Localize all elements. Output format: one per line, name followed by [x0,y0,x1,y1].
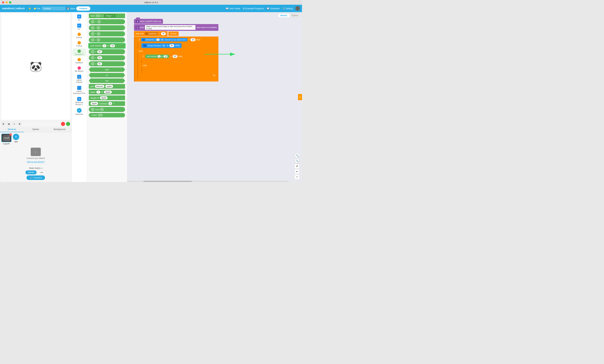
layout-icon-3[interactable]: ≡ [12,122,16,126]
feedback-link[interactable]: 💬 Feedback [267,7,280,10]
length-word-input[interactable]: apple [100,96,108,99]
letter-word-input[interactable]: apple [104,91,112,94]
and-block[interactable]: and [89,67,125,72]
connect-button[interactable]: 🔗 Connect [26,175,45,180]
contains-a-input[interactable]: apple [90,102,98,105]
extension-plus-button[interactable]: + [77,108,82,113]
code-view-button[interactable]: </> [298,94,302,100]
zoom-out-button[interactable]: 🔍 [295,158,299,163]
tab-background[interactable]: Background [48,127,72,132]
canvas-area[interactable]: Blocks Python </> ■ when CyberPi starts … [127,12,302,182]
read-toggle[interactable] [96,14,101,17]
category-extension[interactable]: + extension [73,107,86,116]
length-block[interactable]: length of apple [89,96,125,100]
maximize-button[interactable] [9,1,11,3]
greater-val[interactable]: 50 [97,50,102,53]
save-button[interactable]: 💾 Save [67,7,75,10]
zoom-in-button[interactable]: 🔍 [295,153,299,158]
reset-button[interactable]: ↺ [295,164,299,169]
contains-block[interactable]: apple contains a ? [89,101,125,106]
pick-random-block[interactable]: pick random 1 to 10 [89,43,125,48]
project-title-input[interactable] [42,7,65,11]
pick-10-input[interactable]: 10 [164,55,167,58]
category-operators[interactable]: Operators [73,49,86,56]
divide-block[interactable]: / [89,37,125,42]
equal-val[interactable]: 50 [97,62,102,65]
minus-block[interactable]: - [89,25,125,30]
mod-block[interactable]: mod [89,107,125,112]
file-menu-button[interactable]: 📁 File [34,7,40,10]
user-guide-link[interactable]: 📖 User Guide [226,7,240,10]
avatar[interactable] [295,6,300,11]
forever-block[interactable]: forever [168,32,179,36]
category-iot[interactable]: IoT IoT [73,23,86,31]
category-mbot2ext[interactable]: 🔌 mBot2 Extension Port [73,85,86,95]
equal-block[interactable]: = 50 [89,61,125,66]
contains-b-input[interactable]: a [108,102,112,105]
when-start-block[interactable]: ■ when CyberPi starts up [134,19,163,24]
setting-link[interactable]: ⚙️ Setting [282,7,293,10]
example-programs-link[interactable]: ⊞ Example Programs [243,7,264,10]
add-device-button[interactable]: + [13,134,19,140]
layout-icon-2[interactable]: ▤ [7,122,11,126]
tab-devices[interactable]: Devices [0,127,24,132]
join-block[interactable]: join banana apple [89,84,125,89]
category-control[interactable]: Control [73,40,86,48]
python-view-tab[interactable]: Python [289,14,301,17]
letter-block[interactable]: letter 1 of apple [89,90,125,95]
print-block[interactable]: 🖥 print Make a loud sound (clap) to star… [134,24,218,31]
category-variables[interactable]: Variables [73,57,86,65]
ultrasonic-dropdown[interactable]: ▼ [160,38,164,41]
loudness-val-input[interactable]: 75 [161,32,166,35]
multiply-block[interactable]: * [89,31,125,36]
not-block[interactable]: not [89,78,125,83]
round-block[interactable]: round [89,113,125,117]
undo-button[interactable]: ↩ [295,169,299,174]
device-thumbnail[interactable]: CyberPi ✕ [1,134,12,142]
greater-block[interactable]: > 50 [89,49,125,54]
print-text-input[interactable]: Make a loud sound (clap) to start and pr… [145,25,196,30]
menu-icon-button[interactable]: ⚡ [27,6,32,11]
pick-end-input[interactable]: 10 [110,44,115,47]
publish-button[interactable]: Publish [76,6,90,11]
category-ultrasonic[interactable]: 📡 Ultrasonic Sensor 2 [73,96,86,106]
category-events[interactable]: Events [73,32,86,39]
dist-val-input[interactable]: 10 [190,38,195,41]
stop-button[interactable] [61,122,65,126]
tab-sprites[interactable]: Sprites [24,127,48,132]
minimize-button[interactable] [6,1,8,3]
ultrasonic-num[interactable]: 1 [156,38,159,41]
less-val[interactable]: 50 [97,56,102,59]
eq-val-input[interactable]: 50 [173,55,177,58]
close-button[interactable] [2,1,4,3]
category-ai[interactable]: AI AI [73,13,86,22]
upload-mode-button[interactable]: Upload [25,170,37,174]
category-my-blocks[interactable]: My Blocks [73,65,86,73]
pick-from-input[interactable]: 1 [102,44,106,47]
go-button[interactable] [66,122,70,126]
if-pick-random-block[interactable]: if pick random 1 to 10 = 50 then [141,54,184,59]
category-mbot2[interactable]: 🤖 mBot2 Chassis [73,74,86,84]
join-b-input[interactable]: apple [105,85,113,88]
layout-icon-4[interactable]: ⊞ [18,122,22,126]
blocks-view-tab[interactable]: Blocks [278,14,289,17]
live-mode-button[interactable]: Live [37,170,46,174]
equal-button[interactable]: = [295,175,299,179]
plus-block[interactable]: + [89,19,125,24]
rpm-val-input[interactable]: 50 [169,44,174,47]
round-input[interactable] [98,114,103,117]
letter-num-input[interactable]: 1 [96,91,100,94]
device-close-button[interactable]: ✕ [9,133,12,136]
pick-1-input[interactable]: 1 [158,55,161,58]
read-block[interactable]: read in integer ▼ [89,13,125,18]
read-type-dropdown[interactable]: integer ▼ [104,14,115,17]
or-block[interactable]: or [89,73,125,77]
if-ultrasonic-block[interactable]: if ultrasonic 2 1 ▼ distance to an objec… [137,37,202,42]
moves-forward-block[interactable]: moves forward ▼ at 50 RPM [141,43,181,48]
horizontal-scrollbar[interactable] [127,181,289,182]
wait-until-block[interactable]: wait until loudness > 75 [134,31,167,36]
less-block[interactable]: < 50 [89,55,125,60]
layout-icon-1[interactable]: ⊞ [1,122,5,126]
forward-dropdown[interactable]: ▼ [162,44,166,47]
how-to-link[interactable]: How to use device? [27,161,45,163]
